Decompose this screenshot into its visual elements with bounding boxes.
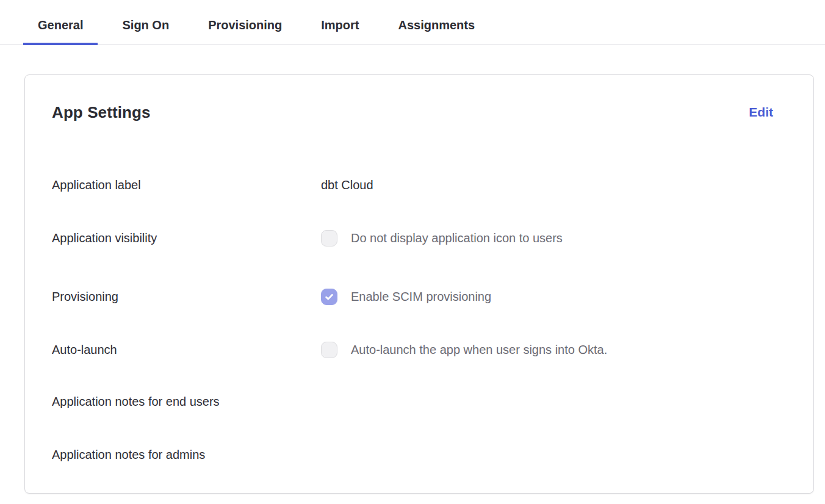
row-label: Provisioning	[52, 290, 321, 304]
card-header: App Settings Edit	[52, 101, 787, 123]
settings-row: Application visibility Do not display ap…	[52, 226, 787, 250]
row-text-value: dbt Cloud	[321, 178, 373, 192]
row-label: Auto-launch	[52, 343, 321, 357]
settings-rows: Application label dbt Cloud Application …	[52, 173, 787, 467]
checkbox-label: Do not display application icon to users	[351, 231, 563, 245]
row-label: Application label	[52, 178, 321, 192]
settings-row: Application label dbt Cloud	[52, 173, 787, 197]
checkbox[interactable]	[321, 230, 337, 247]
checkmark-icon	[324, 292, 334, 302]
row-value: dbt Cloud	[321, 178, 373, 192]
page-title: App Settings	[52, 103, 151, 122]
tab-provisioning[interactable]: Provisioning	[193, 0, 297, 45]
tab-import[interactable]: Import	[306, 0, 373, 45]
row-value: Auto-launch the app when user signs into…	[321, 342, 607, 358]
checkbox[interactable]	[321, 342, 337, 358]
checkbox-label: Auto-launch the app when user signs into…	[351, 343, 607, 357]
app-settings-card: App Settings Edit Application label dbt …	[24, 74, 814, 494]
tab-general[interactable]: General	[23, 0, 98, 45]
tab-sign-on[interactable]: Sign On	[107, 0, 184, 45]
settings-row: Auto-launch Auto-launch the app when use…	[52, 337, 787, 362]
row-label: Application visibility	[52, 231, 321, 245]
settings-row: Application notes for admins	[52, 442, 787, 467]
row-value: Do not display application icon to users	[321, 230, 563, 247]
row-label: Application notes for admins	[52, 448, 321, 462]
row-value: Enable SCIM provisioning	[321, 289, 491, 305]
checkbox[interactable]	[321, 289, 337, 305]
settings-row: Provisioning Enable SCIM provisioning	[52, 284, 787, 309]
settings-row: Application notes for end users	[52, 389, 787, 414]
app-tab-bar: General Sign On Provisioning Import Assi…	[0, 0, 825, 45]
checkbox-label: Enable SCIM provisioning	[351, 290, 491, 304]
row-label: Application notes for end users	[52, 395, 321, 409]
edit-button[interactable]: Edit	[749, 105, 773, 120]
tab-assignments[interactable]: Assignments	[384, 0, 490, 45]
